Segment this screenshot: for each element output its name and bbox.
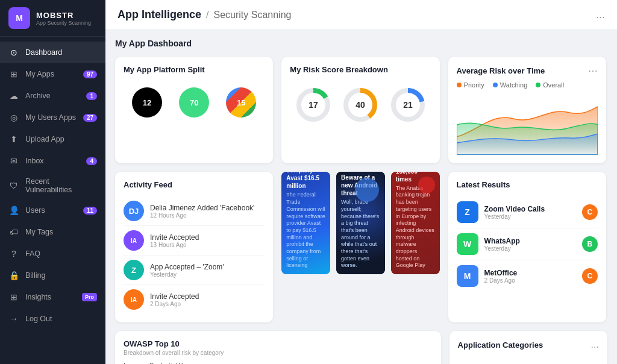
sidebar-item-users[interactable]: 👤Users11 bbox=[0, 199, 105, 221]
avg-risk-options[interactable]: ⋯ bbox=[588, 65, 598, 77]
upload-app-icon: ⬆ bbox=[8, 134, 19, 145]
activity-item: IA Invite Accepted 13 Hours Ago bbox=[124, 226, 265, 256]
my-tags-icon: 🏷 bbox=[8, 227, 19, 237]
result-item-whatsapp: W WhatsApp Yesterday B bbox=[457, 228, 598, 260]
my-users-apps-icon: ◎ bbox=[8, 112, 19, 123]
sidebar-item-my-tags[interactable]: 🏷My Tags bbox=[0, 221, 105, 243]
activity-time: Yesterday bbox=[150, 271, 224, 278]
recent-vulns-icon: 🛡 bbox=[8, 180, 19, 191]
sidebar-item-my-users-apps[interactable]: ◎My Users Apps27 bbox=[0, 107, 105, 128]
platform-split-card: My App Platform Split 12 70 15 bbox=[115, 57, 273, 163]
grade-badge-whatsapp: B bbox=[582, 236, 598, 252]
activity-text: Invite Accepted bbox=[150, 292, 199, 301]
android-icon: 70 bbox=[179, 87, 209, 118]
platform-split-title: My App Platform Split bbox=[124, 65, 265, 74]
owasp-subtitle: Breakdown of overall risk by category bbox=[124, 350, 433, 356]
archive-icon: ☁ bbox=[8, 90, 19, 101]
sidebar-label-my-users-apps: My Users Apps bbox=[25, 113, 77, 122]
activity-text: Delia Jimenez Added 'Facebook' bbox=[150, 204, 254, 212]
sidebar-item-insights[interactable]: ⊞InsightsPro bbox=[0, 286, 105, 308]
activity-feed-title: Activity Feed bbox=[124, 180, 265, 189]
platform-icons: 12 70 15 bbox=[124, 81, 265, 124]
sidebar: M MOBSTR App Security Scanning ⊙Dashboar… bbox=[0, 0, 105, 364]
avatar: DJ bbox=[124, 201, 144, 221]
sidebar-item-logout[interactable]: →Log Out bbox=[0, 308, 105, 330]
legend-overall: Overall bbox=[536, 81, 564, 89]
activity-time: 12 Hours Ago bbox=[150, 212, 254, 219]
sidebar-label-upload-app: Upload App bbox=[25, 135, 97, 143]
news-body-1: The Federal Trade Commission will requir… bbox=[286, 192, 325, 269]
dashboard-icon: ⊙ bbox=[8, 47, 19, 58]
users-icon: 👤 bbox=[8, 205, 19, 216]
risk-donut-2: 40 bbox=[342, 86, 379, 124]
logo-icon: M bbox=[8, 7, 30, 29]
news-body-3: The Anatsa banking trojan has been targe… bbox=[396, 185, 435, 269]
risk-score-3: 21 bbox=[389, 86, 427, 125]
badge-my-apps: 97 bbox=[83, 71, 97, 78]
insights-icon: ⊞ bbox=[8, 292, 19, 303]
categories-options[interactable]: ... bbox=[591, 339, 599, 350]
risk-score-title: My Risk Score Breakdown bbox=[290, 65, 431, 74]
avg-risk-card: Average Risk over Time ⋯ Priority Watchi… bbox=[448, 57, 606, 163]
chrome-icon: 15 bbox=[226, 87, 256, 118]
breadcrumb-sep: / bbox=[206, 10, 208, 20]
sidebar-label-inbox: Inbox bbox=[25, 157, 80, 165]
my-apps-icon: ⊞ bbox=[8, 69, 19, 80]
brand-title: MOBSTR bbox=[36, 11, 91, 20]
sidebar-item-my-apps[interactable]: ⊞My Apps97 bbox=[0, 63, 105, 85]
risk-circles: 17 40 21 bbox=[290, 81, 431, 130]
sidebar-item-inbox[interactable]: ✉Inbox4 bbox=[0, 150, 105, 172]
activity-text: Invite Accepted bbox=[150, 233, 199, 242]
result-item-zoom: Z Zoom Video Calls Yesterday C bbox=[457, 196, 598, 228]
risk-donut-1: 17 bbox=[295, 86, 332, 124]
risk-score-1: 17 bbox=[295, 86, 332, 125]
sidebar-item-archive[interactable]: ☁Archive1 bbox=[0, 85, 105, 107]
page-title: App Intelligence bbox=[117, 8, 201, 21]
activity-time: 13 Hours Ago bbox=[150, 242, 199, 248]
zoom-logo: Z bbox=[457, 201, 478, 223]
sidebar-item-upload-app[interactable]: ⬆Upload App bbox=[0, 128, 105, 150]
sidebar-label-users: Users bbox=[25, 206, 77, 215]
activity-time: 2 Days Ago bbox=[150, 301, 199, 307]
sidebar-label-recent-vulns: Recent Vulnerabilities bbox=[25, 177, 97, 194]
sidebar-label-faq: FAQ bbox=[25, 249, 97, 258]
sidebar-label-my-apps: My Apps bbox=[25, 70, 77, 78]
badge-users: 11 bbox=[83, 207, 97, 215]
activity-item: IA Invite Accepted 2 Days Ago bbox=[124, 285, 265, 314]
more-options-button[interactable]: ... bbox=[596, 8, 605, 21]
sidebar-label-logout: Log Out bbox=[25, 315, 97, 323]
ios-icon: 12 bbox=[132, 87, 162, 118]
app-categories-card: Application Categories ... bbox=[449, 331, 607, 364]
content-area: My App Dashboard My App Platform Split 1… bbox=[105, 30, 617, 364]
badge-my-users-apps: 27 bbox=[83, 114, 97, 122]
dashboard-heading: My App Dashboard bbox=[115, 39, 607, 48]
activity-feed-card: Activity Feed DJ Delia Jimenez Added 'Fa… bbox=[115, 172, 273, 322]
news-section: Today · 12:25 FTC fines cybersecurity co… bbox=[281, 172, 439, 322]
logout-icon: → bbox=[8, 313, 19, 324]
middle-row: Activity Feed DJ Delia Jimenez Added 'Fa… bbox=[115, 172, 607, 322]
activity-text: App Accepted – 'Zoom' bbox=[150, 263, 224, 271]
news-grid: Today · 12:25 FTC fines cybersecurity co… bbox=[281, 172, 439, 274]
inbox-icon: ✉ bbox=[8, 155, 19, 166]
bottom-row: OWASP Top 10 Breakdown of overall risk b… bbox=[115, 331, 607, 364]
latest-results-title: Latest Results bbox=[457, 180, 598, 189]
sidebar-item-recent-vulns[interactable]: 🛡Recent Vulnerabilities bbox=[0, 172, 105, 199]
sidebar-item-faq[interactable]: ?FAQ bbox=[0, 243, 105, 265]
grade-badge-metoffice: C bbox=[582, 268, 598, 284]
result-item-metoffice: M MetOffice 2 Days Ago C bbox=[457, 260, 598, 292]
svg-text:17: 17 bbox=[309, 100, 319, 110]
topbar: App Intelligence / Security Scanning ... bbox=[105, 0, 617, 30]
sidebar-item-dashboard[interactable]: ⊙Dashboard bbox=[0, 42, 105, 63]
latest-results-card: Latest Results Z Zoom Video Calls Yester… bbox=[448, 172, 606, 322]
legend-priority: Priority bbox=[457, 81, 484, 89]
top-cards-row: My App Platform Split 12 70 15 My Risk S… bbox=[115, 57, 607, 163]
whatsapp-logo: W bbox=[457, 233, 478, 255]
svg-text:21: 21 bbox=[403, 100, 413, 110]
news-card-3: Yesterday Anatsa Android malware downloa… bbox=[391, 172, 440, 274]
news-card-2: Today · 8:35 Beware of a new Android thr… bbox=[336, 172, 385, 274]
chart-area bbox=[457, 95, 598, 155]
billing-icon: 🔒 bbox=[8, 270, 19, 281]
sidebar-item-billing[interactable]: 🔒Billing bbox=[0, 265, 105, 286]
news-card-1: Today · 12:25 FTC fines cybersecurity co… bbox=[281, 172, 330, 274]
owasp-card: OWASP Top 10 Breakdown of overall risk b… bbox=[115, 331, 441, 364]
